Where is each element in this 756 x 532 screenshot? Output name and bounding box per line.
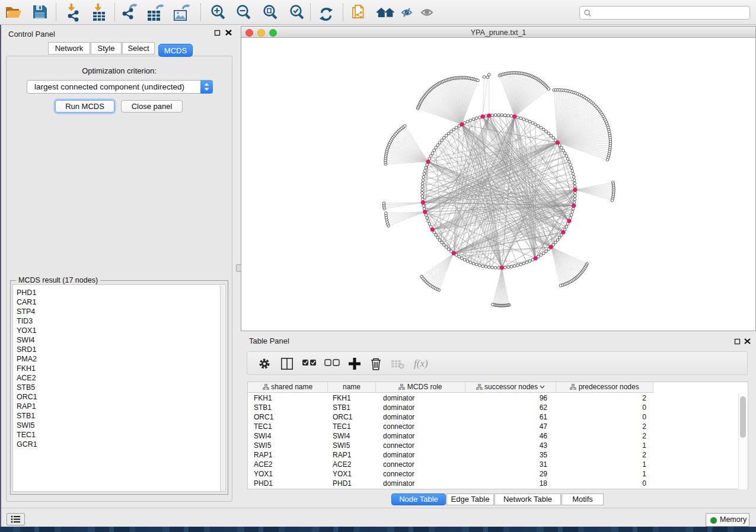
svg-text:f(x): f(x) <box>414 358 428 369</box>
